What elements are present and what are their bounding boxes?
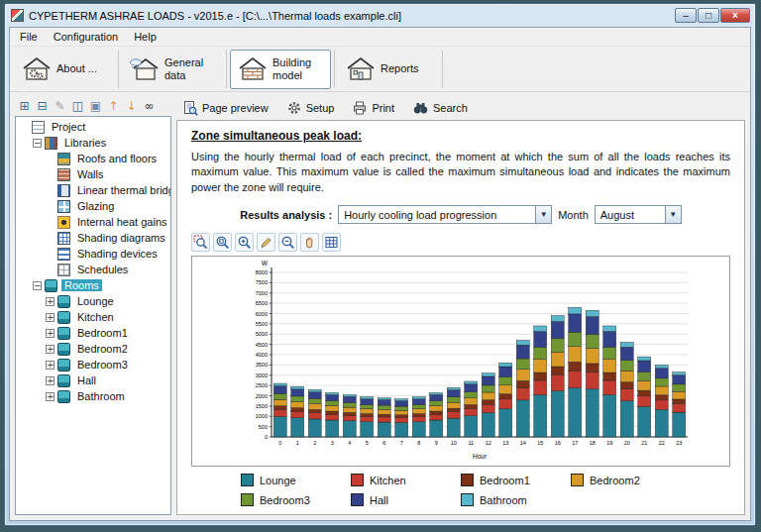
find-icon[interactable]: ∞ [141,97,158,114]
bar-segment-bedroom2 [655,386,668,395]
tree-item-shading-devices[interactable]: Shading devices [16,246,170,262]
bar-segment-bedroom3 [586,334,598,348]
bar-segment-bedroom2 [534,359,547,372]
zoom-all-button[interactable] [213,233,232,252]
menu-configuration[interactable]: Configuration [46,29,126,45]
bar-segment-lounge [620,400,633,436]
tree-item-kitchen[interactable]: +Kitchen [16,309,170,325]
setup-button[interactable]: Setup [286,100,335,116]
bar-segment-bedroom2 [673,391,686,399]
expand-icon[interactable]: + [46,392,54,401]
copy-table-button[interactable] [322,233,341,252]
bar-segment-bedroom1 [569,362,582,371]
results-analysis-select[interactable]: Hourly cooling load progression ▼ [338,205,552,224]
bar-segment-bedroom1 [343,412,356,415]
bar-segment-kitchen [655,399,668,409]
tree-item-libraries[interactable]: −Libraries [16,135,170,151]
title-bar[interactable]: CYPETHERM ASHRAE LOADS - v2015.e - [C:\.… [5,4,755,25]
close-button[interactable]: × [720,8,750,23]
copy-icon[interactable]: ◫ [69,97,86,114]
zoom-window-icon [193,235,208,250]
page-preview-button[interactable]: Page preview [182,100,269,116]
bar-segment-lounge [343,420,356,436]
tree-item-glazing[interactable]: Glazing [16,198,170,214]
tree-item-internal-heat-gains[interactable]: Internal heat gains [16,214,170,230]
print-button[interactable]: Print [352,100,394,116]
bar-segment-hall [273,385,286,392]
tree-item-hall[interactable]: +Hall [16,372,170,388]
bar-segment-kitchen [499,398,512,408]
tree-item-bathroom[interactable]: +Bathroom [16,388,170,404]
bar-segment-kitchen [430,414,443,420]
tree-item-walls[interactable]: Walls [16,166,170,182]
bar-segment-bedroom1 [465,404,478,408]
edit-icon[interactable]: ✎ [52,97,68,114]
bar-segment-lounge [603,394,616,437]
paste-icon[interactable]: ▣ [87,97,104,114]
bar-segment-kitchen [447,411,460,417]
expand-icon[interactable]: + [46,297,54,306]
collapse-icon[interactable]: − [33,139,42,148]
tree-item-project[interactable]: Project [16,119,170,135]
tree-item-bedroom1[interactable]: +Bedroom1 [16,325,170,341]
svg-text:0: 0 [278,439,281,445]
maximize-button[interactable]: □ [698,8,719,23]
bar-segment-bedroom2 [308,403,321,409]
bar-segment-lounge [308,419,321,437]
move-up-icon[interactable]: ↑ [105,97,122,114]
bar-segment-bedroom1 [273,405,286,409]
zoom-in-button[interactable] [235,233,254,252]
room-icon [57,311,70,324]
bar-segment-bedroom2 [603,359,616,372]
remove-branch-icon[interactable]: ⊟ [34,97,51,114]
pan-button[interactable] [300,233,319,252]
menu-help[interactable]: Help [126,29,164,45]
bar-segment-lounge [395,422,408,437]
bar-segment-bedroom2 [465,397,478,404]
tree-item-lounge[interactable]: +Lounge [16,293,170,309]
bar-segment-bedroom3 [430,400,443,405]
collapse-icon[interactable]: − [33,281,42,290]
tree-item-linear-thermal-bridges[interactable]: Linear thermal bridges [16,182,170,198]
bar-segment-bedroom2 [343,407,356,412]
tree-item-rooms[interactable]: −Rooms [16,277,170,293]
tree-item-schedules[interactable]: Schedules [16,262,170,277]
general-data-button[interactable]: General data [122,50,223,89]
zoom-out-button[interactable] [278,233,297,252]
about-label: About ... [56,62,108,75]
svg-text:3: 3 [331,439,334,445]
about-button[interactable]: About ... [14,50,115,89]
expand-icon[interactable]: + [46,313,54,322]
tree-item-shading-diagrams[interactable]: Shading diagrams [16,230,170,246]
building-model-button[interactable]: Building model [230,50,331,89]
menu-file[interactable]: File [12,29,46,45]
content-area: ⊞⊟✎◫▣↑↓∞ Project−LibrariesRoofs and floo… [10,92,750,520]
bar-segment-hall [499,367,512,376]
bar-segment-bathroom [499,363,512,367]
bridges-icon [57,184,70,197]
zoom-window-button[interactable] [191,233,210,252]
add-branch-icon[interactable]: ⊞ [16,97,33,114]
bar-segment-bathroom [378,397,390,399]
bar-segment-hall [361,398,374,404]
tree-item-bedroom2[interactable]: +Bedroom2 [16,341,170,357]
bar-segment-bathroom [620,342,633,347]
annotate-button[interactable] [257,233,275,252]
bar-segment-hall [551,321,564,338]
chart-toolbar [191,232,730,253]
tree-item-roofs-and-floors[interactable]: Roofs and floors [16,151,170,166]
bar-segment-kitchen [343,415,356,421]
tree-item-bedroom3[interactable]: +Bedroom3 [16,357,170,372]
expand-icon[interactable]: + [46,376,54,385]
minimize-button[interactable]: – [675,8,697,23]
move-down-icon[interactable]: ↓ [123,97,140,114]
month-select[interactable]: August ▼ [595,205,682,224]
bar-segment-bedroom3 [361,404,374,408]
search-button[interactable]: Search [412,100,468,116]
bar-segment-hall [326,394,339,400]
expand-icon[interactable]: + [46,361,54,370]
binoculars-icon [412,100,429,116]
expand-icon[interactable]: + [46,345,54,354]
expand-icon[interactable]: + [46,329,54,338]
reports-button[interactable]: Reports [338,50,439,89]
